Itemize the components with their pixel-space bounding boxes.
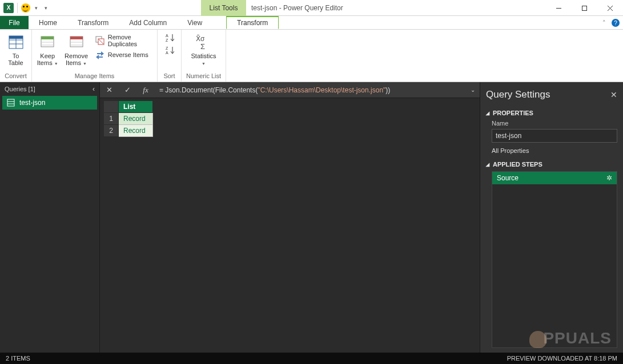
help-icon[interactable]: ?	[612, 19, 620, 27]
ribbon-tabs: File Home Transform Add Column View Tran…	[0, 16, 623, 30]
query-item[interactable]: test-json	[2, 96, 97, 110]
queries-header-label: Queries [1]	[5, 86, 35, 92]
row-number: 2	[104, 125, 119, 137]
formula-accept-button[interactable]: ✓	[118, 82, 136, 98]
record-cell[interactable]: Record	[119, 125, 153, 137]
queries-pane: Queries [1] ‹ test-json	[0, 82, 100, 353]
collapse-ribbon-icon[interactable]: ˄	[600, 18, 608, 28]
group-label-manage: Manage Items	[35, 72, 154, 82]
keep-items-button[interactable]: Keep Items ▼	[35, 32, 59, 67]
status-item-count: 2 ITEMS	[6, 355, 30, 362]
svg-rect-14	[70, 37, 83, 39]
to-table-icon	[7, 33, 25, 51]
query-list-icon	[7, 99, 15, 107]
qat-customize-icon[interactable]: ▾	[42, 5, 50, 11]
svg-text:Z: Z	[166, 46, 168, 50]
step-gear-icon[interactable]: ✲	[606, 174, 612, 182]
svg-rect-1	[582, 6, 587, 10]
titlebar: X ▾ ▾ List Tools test-json - Power Query…	[0, 0, 623, 16]
remove-items-icon	[67, 33, 86, 51]
tab-add-column[interactable]: Add Column	[119, 16, 177, 29]
query-item-label: test-json	[19, 99, 45, 107]
query-name-input[interactable]	[492, 129, 617, 143]
tab-transform[interactable]: Transform	[67, 16, 119, 29]
svg-text:A: A	[166, 34, 168, 38]
row-number: 1	[104, 113, 119, 125]
applied-steps-header[interactable]: ◢APPLIED STEPS	[486, 161, 617, 168]
svg-text:X̄σ: X̄σ	[196, 35, 205, 43]
tab-view[interactable]: View	[177, 16, 212, 29]
reverse-items-button[interactable]: Reverse Items	[93, 50, 154, 60]
collapse-queries-icon[interactable]: ‹	[93, 85, 95, 93]
formula-input[interactable]: = Json.Document(File.Contents("C:\Users\…	[155, 86, 466, 94]
sort-asc-icon: AZ	[165, 33, 174, 42]
tab-home[interactable]: Home	[29, 16, 67, 29]
sort-asc-button[interactable]: AZ	[164, 32, 175, 43]
reverse-items-icon	[95, 50, 104, 59]
step-label: Source	[497, 174, 519, 182]
smiley-icon[interactable]	[21, 3, 30, 13]
query-settings-pane: Query Settings ✕ ◢PROPERTIES Name All Pr…	[480, 82, 623, 353]
tab-list-transform[interactable]: Transform	[226, 16, 279, 29]
group-label-sort: Sort	[161, 72, 178, 82]
sort-desc-button[interactable]: ZA	[164, 45, 175, 56]
group-label-numeric: Numeric List	[185, 72, 222, 82]
close-settings-icon[interactable]: ✕	[610, 90, 617, 99]
close-button[interactable]	[597, 0, 623, 16]
file-tab[interactable]: File	[0, 16, 29, 29]
svg-text:A: A	[166, 51, 168, 55]
ribbon: To Table Convert Keep Items ▼ Remove Ite…	[0, 30, 623, 82]
svg-rect-26	[7, 99, 14, 106]
qat-dropdown-icon[interactable]: ▾	[33, 5, 40, 11]
table-row: 1 Record	[104, 113, 153, 125]
window-title: test-json - Power Query Editor	[251, 0, 343, 16]
remove-duplicates-button[interactable]: Remove Duplicates	[93, 33, 154, 48]
remove-items-button[interactable]: Remove Items ▼	[64, 32, 88, 67]
minimize-button[interactable]	[546, 0, 572, 16]
statistics-button[interactable]: X̄σΣ Statistics▼	[185, 32, 222, 67]
group-label-convert: Convert	[3, 72, 28, 82]
record-cell[interactable]: Record	[119, 113, 153, 125]
remove-duplicates-icon	[95, 36, 104, 45]
formula-expand-icon[interactable]: ⌄	[466, 87, 480, 93]
data-grid: List 1 Record 2 Record	[103, 100, 153, 137]
properties-section-header[interactable]: ◢PROPERTIES	[486, 110, 617, 116]
status-bar: 2 ITEMS PREVIEW DOWNLOADED AT 8:18 PM	[0, 353, 623, 364]
fx-icon[interactable]: fx	[136, 82, 155, 98]
row-header-corner	[104, 101, 119, 113]
statistics-icon: X̄σΣ	[195, 33, 213, 51]
step-item[interactable]: Source ✲	[492, 172, 617, 184]
name-label: Name	[492, 120, 617, 127]
sort-desc-icon: ZA	[165, 46, 174, 55]
table-row: 2 Record	[104, 125, 153, 137]
all-properties-link[interactable]: All Properties	[492, 147, 617, 154]
to-table-button[interactable]: To Table	[3, 32, 28, 66]
maximize-button[interactable]	[572, 0, 597, 16]
applied-steps-list: Source ✲	[492, 171, 617, 348]
svg-rect-10	[41, 37, 54, 39]
status-preview-time: PREVIEW DOWNLOADED AT 8:18 PM	[507, 355, 617, 362]
formula-bar: ✕ ✓ fx = Json.Document(File.Contents("C:…	[100, 82, 480, 98]
excel-icon: X	[3, 3, 14, 13]
formula-cancel-button[interactable]: ✕	[100, 82, 118, 98]
settings-title: Query Settings	[486, 89, 550, 100]
svg-rect-8	[9, 36, 23, 39]
keep-items-icon	[38, 33, 57, 51]
column-header[interactable]: List	[119, 101, 153, 113]
contextual-tab-group: List Tools	[201, 0, 246, 16]
svg-text:Z: Z	[166, 38, 168, 42]
svg-text:Σ: Σ	[200, 42, 205, 50]
